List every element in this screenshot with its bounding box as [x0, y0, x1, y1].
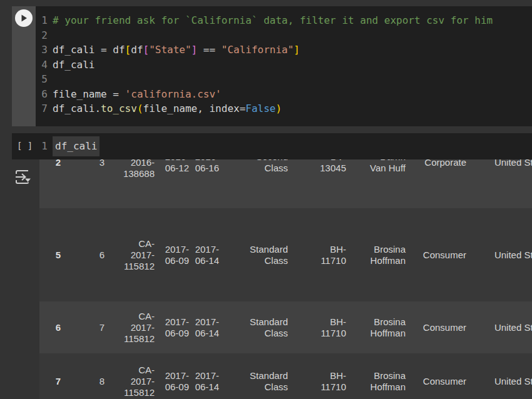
code-token: df — [131, 44, 143, 56]
code-editor-2[interactable]: 1df_cali — [36, 133, 532, 159]
dataframe-output[interactable]: 23CA-2016-1386882016-06-122016-06-16Seco… — [0, 159, 532, 399]
row-index-cell: 7 — [39, 353, 64, 399]
code-token: df_cali — [53, 103, 95, 114]
code-token: df — [113, 44, 125, 56]
row-index-cell: 6 — [39, 301, 64, 353]
table-cell: StandardClass — [222, 208, 291, 301]
table-cell: CA-2016-138688 — [108, 159, 158, 208]
code-token: to_csv — [101, 103, 137, 114]
row-index-cell: 5 — [39, 208, 64, 301]
code-token: [ — [143, 44, 150, 56]
row-index-cell: 2 — [39, 159, 64, 208]
table-cell: 8 — [64, 353, 108, 399]
table-cell: 2017-06-09 — [158, 301, 192, 353]
table-cell: CA-2017-115812 — [108, 353, 158, 399]
table-cell: Consumer — [409, 301, 469, 353]
table-cell: DV-13045 — [291, 159, 349, 208]
code-line: 1df_cali — [36, 139, 532, 154]
code-token: = — [95, 44, 113, 56]
code-token: . — [95, 103, 101, 114]
code-token: # your friend ask for `California` data,… — [53, 14, 493, 26]
table-cell: BrosinaHoffman — [349, 208, 409, 301]
line-number: 7 — [36, 101, 48, 116]
table-cell: StandardClass — [222, 301, 291, 353]
line-number: 1 — [36, 13, 48, 28]
table-cell: 2017-06-09 — [158, 353, 192, 399]
line-number: 5 — [36, 72, 48, 87]
table-cell: BH-11710 — [291, 208, 349, 301]
code-token: 'california.csv' — [125, 88, 222, 100]
table-cell: United States — [469, 159, 532, 208]
line-number: 3 — [36, 43, 48, 58]
code-cell-1: 1# your friend ask for `California` data… — [12, 6, 532, 126]
code-line: 3df_cali = df[df["State"] == "California… — [36, 43, 532, 58]
code-token: index — [209, 103, 239, 114]
table-cell: CA-2017-115812 — [108, 208, 158, 301]
run-cell-button[interactable] — [15, 9, 33, 27]
code-line: 1# your friend ask for `California` data… — [36, 13, 532, 28]
table-cell: Corporate — [409, 159, 469, 208]
table-row-6: 67CA-2017-1158122017-06-092017-06-14Stan… — [39, 301, 532, 353]
table-cell: United States — [469, 208, 532, 301]
table-cell: 2016-06-16 — [192, 159, 222, 208]
cell-1-gutter — [12, 6, 36, 126]
dataframe-table: 23CA-2016-1386882016-06-122016-06-16Seco… — [39, 159, 532, 399]
table-cell: Consumer — [409, 208, 469, 301]
line-number: 4 — [36, 58, 48, 73]
table-cell: 2017-06-09 — [158, 208, 192, 301]
table-cell: BrosinaHoffman — [349, 301, 409, 353]
table-cell: 3 — [64, 159, 108, 208]
line-number: 1 — [36, 139, 48, 154]
code-token: file_name — [53, 88, 107, 100]
line-number: 6 — [36, 87, 48, 102]
table-row-5: 56CA-2017-1158122017-06-092017-06-14Stan… — [39, 208, 532, 301]
table-cell: 2017-06-14 — [192, 301, 222, 353]
table-cell: United States — [469, 353, 532, 399]
table-cell: 7 — [64, 301, 108, 353]
table-row-7: 78CA-2017-1158122017-06-092017-06-14Stan… — [39, 353, 532, 399]
code-line: 6file_name = 'california.csv' — [36, 87, 532, 102]
code-editor-1[interactable]: 1# your friend ask for `California` data… — [36, 6, 532, 126]
code-token: = — [107, 88, 125, 100]
table-cell: BH-11710 — [291, 301, 349, 353]
table-cell: StandardClass — [222, 353, 291, 399]
table-cell: Consumer — [409, 353, 469, 399]
code-cell-2: [ ] 1df_cali — [12, 133, 532, 159]
code-token: "California" — [222, 44, 294, 56]
play-icon — [20, 14, 28, 22]
code-token: ] — [192, 44, 198, 56]
notebook-page: { "colors": { "page_bg": "#333333", "cel… — [0, 0, 532, 399]
code-token: == — [197, 44, 222, 56]
code-token: [ — [125, 44, 131, 56]
code-token: file_name — [143, 103, 198, 114]
table-cell: CA-2017-115812 — [108, 301, 158, 353]
table-cell: 2016-06-12 — [158, 159, 192, 208]
code-token: ( — [137, 103, 143, 114]
code-token: df_cali — [53, 59, 95, 71]
table-cell: SecondClass — [222, 159, 291, 208]
table-row-2: 23CA-2016-1386882016-06-122016-06-16Seco… — [39, 159, 532, 208]
table-cell: 6 — [64, 208, 108, 301]
table-cell: BrosinaHoffman — [349, 353, 409, 399]
code-token: = — [240, 103, 246, 114]
table-cell: United States — [469, 301, 532, 353]
code-line: 7df_cali.to_csv(file_name, index=False) — [36, 101, 532, 116]
code-token: False — [245, 103, 275, 114]
code-line: 5 — [36, 72, 532, 87]
code-token: ) — [275, 103, 282, 114]
line-number: 2 — [36, 28, 48, 43]
code-line: 2 — [36, 28, 532, 43]
table-cell: 2017-06-14 — [192, 353, 222, 399]
code-token: "State" — [149, 44, 191, 56]
code-token: df_cali — [53, 136, 100, 156]
table-cell: 2017-06-14 — [192, 208, 222, 301]
code-token: df_cali — [53, 44, 95, 56]
code-token: , — [197, 103, 209, 114]
code-token: ] — [294, 44, 300, 56]
code-line: 4df_cali — [36, 58, 532, 73]
table-cell: DarrinVan Huff — [349, 159, 409, 208]
table-cell: BH-11710 — [291, 353, 349, 399]
execution-count-label: [ ] — [17, 141, 33, 151]
